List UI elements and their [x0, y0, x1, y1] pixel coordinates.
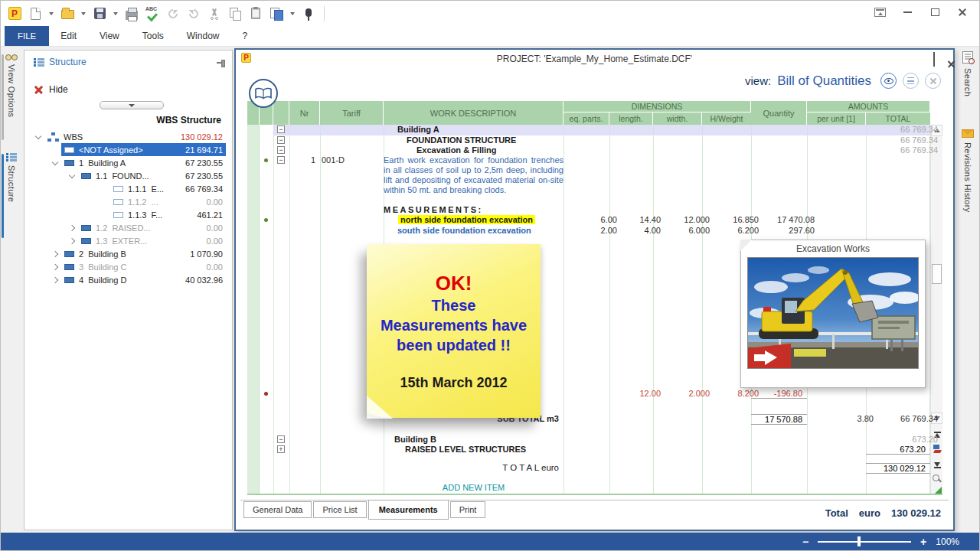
goto-flag-icon[interactable] [932, 443, 942, 454]
zoom-out-button[interactable]: − [802, 536, 808, 548]
table-row-raised-level[interactable]: RAISED LEVEL STRUCTURES 673.20 [247, 445, 942, 455]
menu-window[interactable]: Window [175, 26, 231, 46]
collapse-icon[interactable] [277, 146, 285, 154]
tree-item-building-b[interactable]: 2 Building B 1 070.90 [24, 247, 232, 260]
collapse-handle[interactable] [100, 101, 164, 109]
pin-icon[interactable] [217, 60, 224, 66]
expand-icon[interactable] [277, 445, 285, 453]
window-maximize-icon[interactable] [933, 53, 935, 67]
view-value[interactable]: Bill of Quantities [777, 73, 871, 89]
close-button[interactable] [952, 4, 973, 21]
menu-file[interactable]: FILE [5, 26, 49, 46]
header-total[interactable]: TOTAL [866, 112, 930, 125]
zoom-in-button[interactable]: + [920, 536, 926, 548]
menu-edit[interactable]: Edit [49, 26, 88, 46]
chevron-down-icon[interactable] [51, 161, 60, 165]
maximize-button[interactable] [924, 4, 946, 21]
menu-help[interactable]: ? [230, 26, 259, 46]
tree-item-111[interactable]: 1.1.1 E... 66 769.34 [24, 182, 232, 195]
save-icon[interactable] [90, 5, 109, 23]
table-row-south-side[interactable]: south side foundation excavation 2.00 4.… [247, 226, 942, 236]
cut-icon[interactable] [205, 5, 224, 23]
header-dimensions[interactable]: DIMENSIONS [564, 101, 750, 112]
tree-item-not-assigned[interactable]: <NOT Assigned> 21 694.71 [24, 143, 232, 156]
view-tools-icon[interactable] [925, 73, 941, 89]
new-file-dropdown-icon[interactable] [49, 12, 54, 15]
zoom-slider[interactable] [818, 536, 911, 546]
table-row-measurements-label[interactable]: MEASUREMENTS: [247, 205, 942, 215]
tab-print[interactable]: Print [450, 501, 486, 518]
spell-check-icon[interactable] [143, 5, 162, 23]
view-eye-icon[interactable] [880, 73, 897, 89]
undo-icon[interactable] [164, 5, 182, 23]
project-window-titlebar[interactable]: PROJECT: 'Example_My_Home_Estimate.DCF' [236, 50, 953, 70]
tree-item-building-d[interactable]: 4 Building D 40 032.96 [24, 273, 232, 286]
table-row-item-1[interactable]: 1 001-D Earth work excavation for founda… [247, 155, 942, 205]
view-report-icon[interactable] [903, 73, 919, 89]
zoom-search-icon[interactable] [932, 474, 942, 484]
table-row-building-b[interactable]: Building B 673.20 [247, 435, 942, 445]
open-folder-icon[interactable] [58, 5, 77, 23]
header-eq-parts[interactable]: eq. parts. [564, 112, 609, 125]
chevron-right-icon[interactable] [51, 265, 60, 269]
table-row-grand-total[interactable]: T O T A L euro 130 029.12 [247, 463, 942, 477]
paste-icon[interactable] [247, 5, 265, 23]
menu-tools[interactable]: Tools [131, 26, 175, 46]
hide-button[interactable]: Hide [34, 84, 68, 95]
tree-item-building-a[interactable]: 1 Building A 67 230.55 [24, 156, 232, 169]
sidebar-tab-structure[interactable]: Structure [1, 151, 22, 241]
new-file-icon[interactable] [26, 5, 44, 23]
print-icon[interactable] [122, 5, 141, 23]
scrollbar-thumb[interactable] [932, 264, 942, 284]
header-length[interactable]: length. [609, 112, 653, 125]
tree-item-113[interactable]: 1.1.3 F... 461.21 [24, 208, 232, 221]
sticky-note[interactable]: OK! These Measurements have been updated… [367, 244, 541, 418]
export-dropdown-icon[interactable] [290, 12, 295, 15]
right-tab-search[interactable]: Search [956, 51, 979, 134]
chevron-right-icon[interactable] [51, 278, 60, 282]
open-dropdown-icon[interactable] [81, 12, 86, 15]
table-row-foundation-structure[interactable]: FOUNDATION STRUCTURE 66 769.34 [247, 135, 942, 145]
header-h-weight[interactable]: H/Weight [702, 112, 751, 125]
table-row-north-side[interactable]: north side foundation excavation 6.00 14… [247, 215, 942, 226]
header-per-unit[interactable]: per unit [1] [807, 112, 866, 125]
tab-general-data[interactable]: General Data [243, 501, 312, 518]
open-book-icon[interactable] [249, 79, 278, 108]
collapse-icon[interactable] [277, 156, 285, 164]
minimize-button[interactable] [897, 4, 918, 21]
redo-icon[interactable] [185, 5, 203, 23]
table-row-add-new-item[interactable]: ADD NEW ITEM [247, 483, 942, 494]
table-row-building-a[interactable]: Building A 66 769.34 [247, 125, 942, 135]
header-work-description[interactable]: WORK DESCRIPTION [384, 101, 564, 125]
tab-measurements[interactable]: Measurements [368, 500, 449, 520]
collapse-icon[interactable] [277, 126, 285, 133]
tree-item-exter[interactable]: 1.3 EXTER... 0.00 [24, 234, 232, 247]
resize-grip-icon[interactable] [935, 487, 942, 494]
tab-price-list[interactable]: Price List [313, 501, 366, 518]
header-quantity[interactable]: Quantity [751, 101, 807, 125]
collapse-ribbon-icon[interactable] [869, 4, 890, 21]
jump-last-icon[interactable] [932, 460, 942, 471]
tree-item-raised[interactable]: 1.2 RAISED... 0.00 [24, 221, 232, 234]
header-amounts[interactable]: AMOUNTS [807, 101, 929, 112]
menu-view[interactable]: View [88, 26, 131, 46]
tree-item-wbs[interactable]: WBS 130 029.12 [24, 130, 232, 143]
collapse-icon[interactable] [277, 435, 285, 443]
tree-item-foundation[interactable]: 1.1 FOUND... 67 230.55 [24, 169, 232, 182]
chevron-down-icon[interactable] [67, 174, 77, 178]
right-tab-revisions-history[interactable]: Revisions History [956, 129, 979, 259]
table-row-excavation-filling[interactable]: Excavation & Filling 66 769.34 [247, 145, 942, 155]
header-width[interactable]: width. [653, 112, 702, 125]
copy-icon[interactable] [226, 5, 244, 23]
chevron-right-icon[interactable] [67, 226, 77, 230]
header-nr[interactable]: Nr [289, 101, 320, 125]
collapse-icon[interactable] [277, 136, 285, 144]
chevron-right-icon[interactable] [51, 252, 60, 256]
table-row-subtotal[interactable]: SUB TOTAL m3 17 570.88 3.80 66 769.34 [247, 414, 942, 427]
table-row-negative-measure[interactable]: 12.00 2.000 8.200 -196.80 [247, 389, 942, 400]
tree-item-building-c[interactable]: 3 Building C 0.00 [24, 260, 232, 273]
chevron-right-icon[interactable] [67, 239, 77, 243]
save-dropdown-icon[interactable] [113, 12, 118, 15]
record-icon[interactable] [299, 5, 318, 23]
export-pages-icon[interactable] [267, 5, 286, 23]
